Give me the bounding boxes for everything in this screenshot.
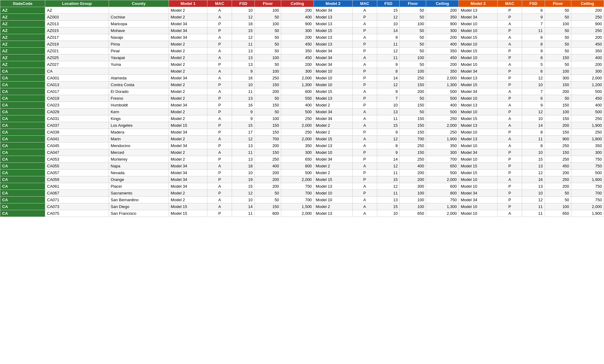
table-cell: A [207,149,232,156]
table-cell: 9 [377,129,400,136]
table-cell: 10 [522,82,545,88]
table-cell: 14 [377,156,400,163]
table-cell: 300 [545,75,571,82]
table-cell: A [497,122,522,129]
table-cell: 12 [377,136,400,142]
table-cell: 400 [400,163,426,170]
header-model3: Model 3 [459,0,497,7]
table-cell: 10 [377,210,400,217]
table-row: CACA071San BernardinoModel 2A1050700Mode… [0,197,604,203]
table-cell: Model 2 [169,68,207,75]
table-cell: Model 10 [459,156,497,163]
table-cell: 50 [255,95,281,102]
table-cell: 450 [571,95,604,102]
table-cell: 150 [400,82,426,88]
table-cell: A [207,197,232,203]
table-cell: 650 [426,163,459,170]
table-cell: P [497,109,522,115]
table-cell: A [207,54,232,61]
table-cell: 1,900 [426,136,459,142]
table-cell: 2,000 [571,75,604,82]
table-cell: 500 [426,88,459,95]
table-cell: 11 [232,88,255,95]
table-cell: Model 13 [314,41,352,48]
table-cell: CA [0,183,45,190]
table-cell: A [497,142,522,149]
table-cell: 10 [232,170,255,176]
table-cell: 6 [522,95,545,102]
table-cell: Model 2 [169,156,207,163]
table-cell: 13 [232,61,255,68]
table-cell: Model 10 [459,176,497,183]
table-cell: 200 [255,183,281,190]
table-cell: 400 [571,54,604,61]
table-cell: Model 10 [459,129,497,136]
table-cell: Model 15 [314,136,352,142]
header-ceiling1: Ceiling [281,0,314,7]
table-cell: 150 [400,115,426,122]
table-cell: 50 [400,109,426,115]
table-cell: 300 [281,149,314,156]
table-cell: P [497,149,522,156]
table-cell: P [352,27,377,34]
header-mac2: MAC [352,0,377,7]
table-cell: 200 [545,170,571,176]
table-cell: 900 [571,21,604,27]
table-cell: 50 [545,61,571,68]
table-cell: 12 [522,197,545,203]
table-cell: 2,000 [281,210,314,217]
table-cell: 700 [281,197,314,203]
table-cell: 11 [522,136,545,142]
table-cell: 7 [377,95,400,102]
table-cell: Model 2 [314,129,352,136]
table-cell: CA [0,82,45,88]
table-row: AZAZ013MaricopaModel 34P18100900Model 13… [0,21,604,27]
table-cell: 15 [377,176,400,183]
table-cell: Model 10 [314,82,352,88]
header-statecode: StateCode [0,0,45,7]
table-cell: AZ [0,7,45,14]
table-cell: P [497,170,522,176]
table-cell: 8 [522,54,545,61]
table-cell: AZ [0,21,45,27]
table-cell: Model 10 [314,75,352,82]
table-cell: P [497,190,522,197]
table-cell: 650 [400,210,426,217]
table-cell: Model 2 [314,163,352,170]
table-cell: Model 34 [314,109,352,115]
table-cell: 9 [377,61,400,68]
table-cell: Model 13 [314,142,352,149]
table-cell: 11 [232,41,255,48]
table-cell: AZ003 [45,14,109,21]
table-cell: 13 [377,197,400,203]
table-cell: Model 10 [459,142,497,149]
table-cell: 14 [232,203,255,210]
table-cell: 300 [281,68,314,75]
table-cell: 9 [377,88,400,95]
table-cell: 1,500 [281,203,314,210]
table-cell: 350 [571,142,604,149]
table-cell: 2,000 [281,75,314,82]
table-cell: 6 [522,34,545,41]
table-cell: 2,000 [281,176,314,183]
table-cell: 250 [545,176,571,183]
table-cell: 200 [400,176,426,183]
table-cell: P [497,163,522,170]
table-cell: Maricopa [109,21,169,27]
table-cell: P [352,176,377,183]
table-cell: Model 34 [169,183,207,190]
table-cell: Yavapai [109,54,169,61]
table-row: AZAZ019PimaModel 2P1150450Model 13P11504… [0,41,604,48]
table-cell: CA001 [45,75,109,82]
table-cell: 10 [522,149,545,156]
table-cell: 700 [281,190,314,197]
table-cell: A [352,136,377,142]
table-cell: 18 [232,163,255,170]
table-cell: 50 [255,14,281,21]
table-cell: CA [0,170,45,176]
header-fsd1: FSD [232,0,255,7]
table-cell: Orange [109,176,169,183]
table-cell: 2,000 [426,210,459,217]
table-cell: 15 [377,122,400,129]
table-row: CACAModel 2A9100300Model 10P8100350Model… [0,68,604,75]
